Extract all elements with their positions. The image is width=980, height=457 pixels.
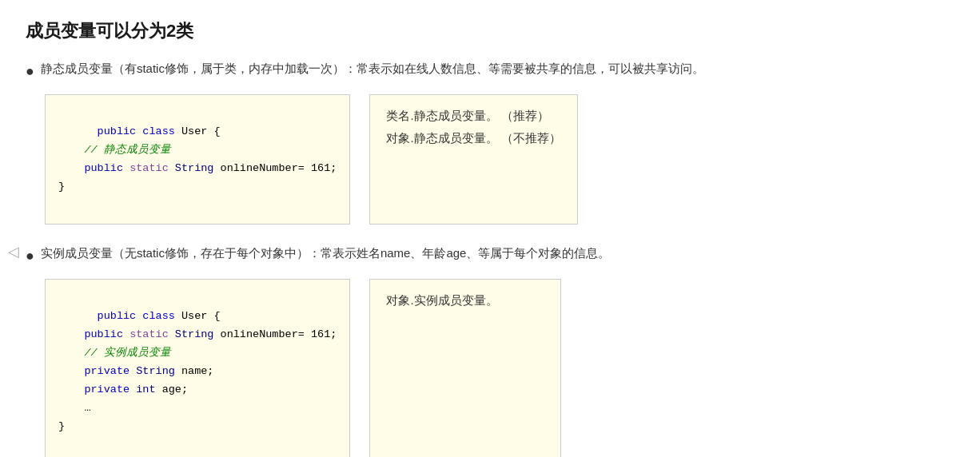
kw-static-1: static <box>129 162 169 174</box>
sidebar-arrow: ◁ <box>8 243 19 260</box>
note-box-instance: 对象.实例成员变量。 <box>369 279 561 457</box>
ellipsis: … <box>84 402 90 414</box>
instance-description: 实例成员变量（无static修饰，存在于每个对象中）：常表示姓名name、年龄a… <box>41 244 611 263</box>
bullet-line-instance: ● 实例成员变量（无static修饰，存在于每个对象中）：常表示姓名name、年… <box>26 244 954 268</box>
bullet-dot-2: ● <box>26 244 34 268</box>
var-age: age; <box>162 383 188 395</box>
comment-instance: // 实例成员变量 <box>58 347 171 359</box>
kw-private-1: private <box>84 365 129 377</box>
var-onlineNumber-2: onlineNumber= 161; <box>221 328 337 340</box>
kw-public-3: public <box>98 310 137 322</box>
var-name: name; <box>181 365 214 377</box>
comment-static: // 静态成员变量 <box>58 144 171 156</box>
kw-string-1: String <box>175 162 214 174</box>
code-area-row-2: public class User { public static String… <box>45 279 954 457</box>
kw-string-2: String <box>175 328 214 340</box>
kw-int: int <box>136 383 155 395</box>
section-instance: ● 实例成员变量（无static修饰，存在于每个对象中）：常表示姓名name、年… <box>26 244 954 457</box>
closing-brace-2: } <box>58 420 65 432</box>
instance-note-line-1: 对象.实例成员变量。 <box>386 289 544 312</box>
kw-class-1: class <box>142 125 175 137</box>
closing-brace-1: } <box>58 181 65 193</box>
class-name-1: User { <box>181 125 221 137</box>
kw-private-2: private <box>84 383 129 395</box>
kw-class-2: class <box>142 310 175 322</box>
page-title: 成员变量可以分为2类 <box>26 19 954 43</box>
var-onlineNumber-1: onlineNumber= 161; <box>221 162 337 174</box>
kw-public-4: public <box>84 328 123 340</box>
kw-static-2: static <box>129 328 169 340</box>
kw-string-3: String <box>136 365 175 377</box>
note-line-1: 类名.静态成员变量。 （推荐） <box>386 105 560 128</box>
code-box-instance: public class User { public static String… <box>45 279 350 457</box>
note-line-2: 对象.静态成员变量。 （不推荐） <box>386 127 560 150</box>
bullet-line-static: ● 静态成员变量（有static修饰，属于类，内存中加载一次）：常表示如在线人数… <box>26 59 954 83</box>
note-box-static: 类名.静态成员变量。 （推荐） 对象.静态成员变量。 （不推荐） <box>369 94 577 225</box>
kw-public-2: public <box>84 162 123 174</box>
code-box-static: public class User { // 静态成员变量 public sta… <box>45 94 350 225</box>
static-description: 静态成员变量（有static修饰，属于类，内存中加载一次）：常表示如在线人数信息… <box>41 59 704 78</box>
section-static: ● 静态成员变量（有static修饰，属于类，内存中加载一次）：常表示如在线人数… <box>26 59 954 225</box>
kw-public-1: public <box>98 125 137 137</box>
bullet-dot-1: ● <box>26 60 34 83</box>
code-area-row-1: public class User { // 静态成员变量 public sta… <box>45 94 954 225</box>
class-name-2: User { <box>181 310 221 322</box>
